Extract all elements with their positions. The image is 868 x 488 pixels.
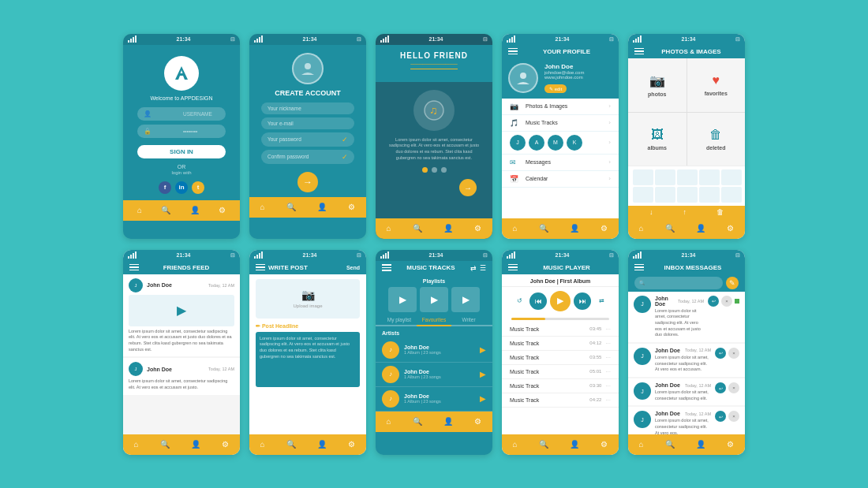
tab-my-playlist[interactable]: My playlist <box>382 317 417 325</box>
search-nav-icon-8[interactable]: 🔍 <box>413 417 422 426</box>
menu-item-messages[interactable]: ✉ Messages › <box>502 155 619 171</box>
music-hamburger-icon[interactable] <box>382 264 391 271</box>
settings-nav-icon-9[interactable]: ⚙ <box>600 440 608 449</box>
repeat-button[interactable]: ↺ <box>512 294 526 308</box>
home-nav-icon-3[interactable]: ⌂ <box>387 224 391 233</box>
home-nav-icon-10[interactable]: ⌂ <box>639 440 644 449</box>
menu-icon-music[interactable]: ☰ <box>480 264 486 272</box>
playlist-card-3[interactable]: ▶ <box>451 287 480 312</box>
home-nav-icon-7[interactable]: ⌂ <box>260 440 265 449</box>
menu-item-music[interactable]: 🎵 Music Tracks › <box>502 115 619 132</box>
tab-writer[interactable]: Writer <box>451 317 486 325</box>
person-nav-icon-8[interactable]: 👤 <box>443 417 453 426</box>
dot-2[interactable] <box>432 167 437 173</box>
artist-play-icon-3[interactable]: ▶ <box>480 394 486 403</box>
settings-nav-icon-10[interactable]: ⚙ <box>727 440 734 449</box>
thumb-8[interactable] <box>677 187 698 203</box>
feed-image-1[interactable]: ▶ <box>129 295 234 326</box>
next-button[interactable]: → <box>297 172 318 192</box>
person-nav-icon-6[interactable]: 👤 <box>191 440 200 449</box>
dot-3[interactable] <box>441 167 447 173</box>
progress-track[interactable] <box>511 318 609 320</box>
settings-nav-icon-8[interactable]: ⚙ <box>474 417 481 426</box>
menu-item-contacts[interactable]: J A M K › <box>502 132 619 155</box>
deleted-cell[interactable]: 🗑 deleted <box>687 113 746 166</box>
playlist-card-1[interactable]: ▶ <box>388 287 417 312</box>
reply-button-4[interactable]: ↩ <box>715 411 726 422</box>
settings-nav-icon-5[interactable]: ⚙ <box>727 224 734 233</box>
track-item-5[interactable]: Music Track 03:30 ··· <box>502 379 619 393</box>
twitter-icon[interactable]: t <box>192 181 204 194</box>
person-nav-icon-5[interactable]: 👤 <box>696 224 705 233</box>
thumb-7[interactable] <box>655 187 675 203</box>
search-nav-icon-4[interactable]: 🔍 <box>539 224 548 233</box>
reply-button-1[interactable]: ↩ <box>708 296 719 307</box>
player-hamburger-icon[interactable] <box>508 264 518 271</box>
settings-nav-icon-4[interactable]: ⚙ <box>600 224 608 233</box>
settings-nav-icon-2[interactable]: ⚙ <box>348 203 355 211</box>
track-item-2[interactable]: Music Track 04:12 ··· <box>502 337 619 351</box>
inbox-hamburger-icon[interactable] <box>634 264 644 271</box>
settings-nav-icon-6[interactable]: ⚙ <box>222 440 229 449</box>
share-icon[interactable]: ↑ <box>683 208 687 216</box>
post-hamburger-icon[interactable] <box>256 264 265 271</box>
nickname-field[interactable]: Your nickname <box>261 102 354 114</box>
password-create-field[interactable]: Your password ✓ <box>261 132 354 147</box>
search-nav-icon-7[interactable]: 🔍 <box>286 440 296 449</box>
track-more-4[interactable]: ··· <box>605 368 611 375</box>
search-nav-icon-3[interactable]: 🔍 <box>413 224 422 233</box>
shuffle-icon[interactable]: ⇄ <box>470 264 477 272</box>
settings-nav-icon-7[interactable]: ⚙ <box>348 440 355 449</box>
reply-button-2[interactable]: ↩ <box>715 348 726 359</box>
albums-cell[interactable]: 🖼 albums <box>628 113 687 166</box>
artist-play-icon-1[interactable]: ▶ <box>480 345 486 354</box>
download-icon[interactable]: ↓ <box>649 208 653 216</box>
settings-nav-icon-3[interactable]: ⚙ <box>474 224 481 233</box>
play-pause-button[interactable]: ▶ <box>550 291 571 311</box>
tab-favourites[interactable]: Favourites <box>417 317 451 326</box>
password-field[interactable]: 🔒 •••••••• <box>137 125 226 138</box>
feed-hamburger-icon[interactable] <box>129 264 139 271</box>
post-image-area[interactable]: 📷 Upload image <box>256 279 360 319</box>
home-nav-icon-8[interactable]: ⌂ <box>387 417 391 426</box>
delete-button-1[interactable]: × <box>721 296 732 307</box>
reply-button-3[interactable]: ↩ <box>715 382 726 393</box>
person-nav-icon-2[interactable]: 👤 <box>317 203 327 211</box>
person-nav-icon-4[interactable]: 👤 <box>570 224 579 233</box>
dot-1[interactable] <box>422 167 428 173</box>
shuffle-player-button[interactable]: ⇄ <box>594 294 608 308</box>
thumb-1[interactable] <box>633 169 653 185</box>
thumb-3[interactable] <box>677 169 698 185</box>
track-more-2[interactable]: ··· <box>605 340 611 347</box>
home-nav-icon-6[interactable]: ⌂ <box>134 440 139 449</box>
photos-hamburger-icon[interactable] <box>634 48 644 55</box>
confirm-password-field[interactable]: Confirm password ✓ <box>261 150 354 164</box>
delete-button-2[interactable]: × <box>728 348 739 359</box>
person-nav-icon-3[interactable]: 👤 <box>443 224 453 233</box>
signin-button[interactable]: SIGN IN <box>137 145 226 158</box>
search-nav-icon-5[interactable]: 🔍 <box>665 224 675 233</box>
track-more-3[interactable]: ··· <box>605 354 611 361</box>
person-nav-icon-7[interactable]: 👤 <box>317 440 327 449</box>
home-nav-icon-9[interactable]: ⌂ <box>513 440 518 449</box>
search-nav-icon[interactable]: 🔍 <box>161 206 170 214</box>
thumb-6[interactable] <box>633 187 653 203</box>
favorites-cell[interactable]: ♥ favorites <box>687 58 746 112</box>
inbox-search-input[interactable]: 🔍 <box>634 277 723 289</box>
track-more-5[interactable]: ··· <box>605 382 611 389</box>
delete-icon[interactable]: 🗑 <box>716 208 724 216</box>
track-item-4[interactable]: Music Track 05:01 ··· <box>502 365 619 379</box>
artist-play-icon-2[interactable]: ▶ <box>480 370 486 378</box>
email-field[interactable]: Your e-mail <box>261 117 354 129</box>
search-nav-icon-10[interactable]: 🔍 <box>665 440 675 449</box>
username-field[interactable]: 👤 USERNAME <box>137 107 226 121</box>
linkedin-icon[interactable]: in <box>175 181 188 194</box>
search-nav-icon-2[interactable]: 🔍 <box>286 203 296 211</box>
track-more-6[interactable]: ··· <box>605 397 611 404</box>
person-nav-icon-9[interactable]: 👤 <box>570 440 579 449</box>
thumb-10[interactable] <box>721 187 742 203</box>
person-nav-icon[interactable]: 👤 <box>190 206 200 214</box>
track-item-3[interactable]: Music Track 03:55 ··· <box>502 351 619 365</box>
post-text-area[interactable]: Lorem ipsum dolor sit amet, consectetur … <box>256 332 360 387</box>
facebook-icon[interactable]: f <box>159 181 171 194</box>
